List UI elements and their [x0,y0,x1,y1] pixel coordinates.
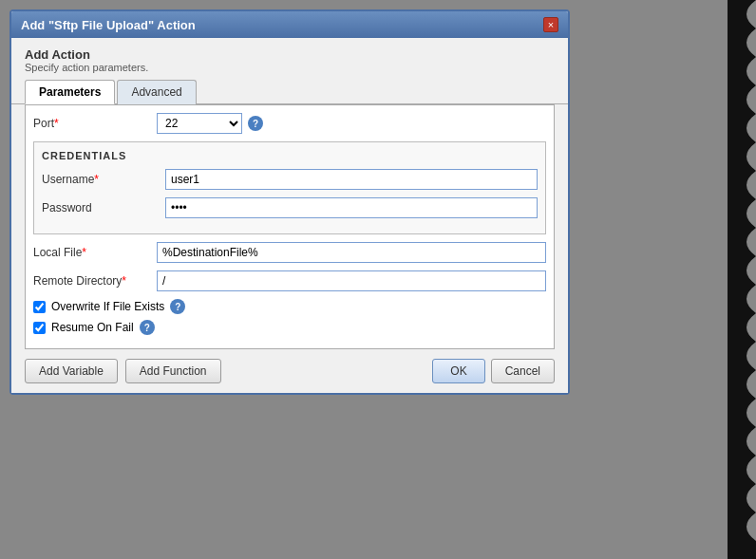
overwrite-checkbox[interactable] [33,301,46,313]
dialog-header: Add Action Specify action parameters. [11,38,568,79]
port-label: Port* [33,117,157,130]
dialog-body[interactable]: Port* 22 ? CREDENTIALS Username* Passwor… [25,104,555,349]
credentials-title: CREDENTIALS [42,150,538,161]
ok-button[interactable]: OK [432,359,484,383]
tabs-container: Parameters Advanced [11,79,568,104]
add-action-dialog: Add "Sftp File Upload" Action × Add Acti… [9,9,570,395]
add-function-button[interactable]: Add Function [125,359,221,383]
dialog-footer: Add Variable Add Function OK Cancel [11,349,568,393]
credentials-section: CREDENTIALS Username* Password [33,141,546,234]
cancel-button[interactable]: Cancel [491,359,555,383]
close-button[interactable]: × [543,17,558,32]
resume-checkbox[interactable] [33,322,46,334]
header-title: Add Action [25,47,555,62]
username-row: Username* [42,169,538,190]
header-subtitle: Specify action parameters. [25,62,555,73]
overwrite-row: Overwrite If File Exists ? [33,299,546,314]
username-label: Username* [42,173,165,186]
add-variable-button[interactable]: Add Variable [25,359,118,383]
password-label: Password [42,201,165,214]
resume-info-icon[interactable]: ? [140,320,155,335]
overwrite-label: Overwrite If File Exists [51,300,164,313]
remote-dir-row: Remote Directory* [33,270,546,291]
remote-dir-input[interactable] [157,270,546,291]
footer-left: Add Variable Add Function [25,359,432,383]
wavy-edge-decoration [699,0,756,559]
tab-advanced[interactable]: Advanced [117,80,196,104]
local-file-label: Local File* [33,246,157,259]
dialog-title: Add "Sftp File Upload" Action [21,18,196,32]
remote-dir-label: Remote Directory* [33,274,157,288]
resume-label: Resume On Fail [51,321,134,334]
port-info-icon[interactable]: ? [248,116,263,131]
tab-parameters[interactable]: Parameters [25,80,115,104]
overwrite-info-icon[interactable]: ? [170,299,185,314]
password-row: Password [42,197,538,218]
footer-right: OK Cancel [432,359,555,383]
username-input[interactable] [165,169,538,190]
local-file-row: Local File* [33,242,546,263]
dialog-titlebar: Add "Sftp File Upload" Action × [11,11,568,38]
port-select[interactable]: 22 [157,113,242,134]
port-row: Port* 22 ? [33,113,546,134]
resume-row: Resume On Fail ? [33,320,546,335]
local-file-input[interactable] [157,242,546,263]
password-input[interactable] [165,197,538,218]
